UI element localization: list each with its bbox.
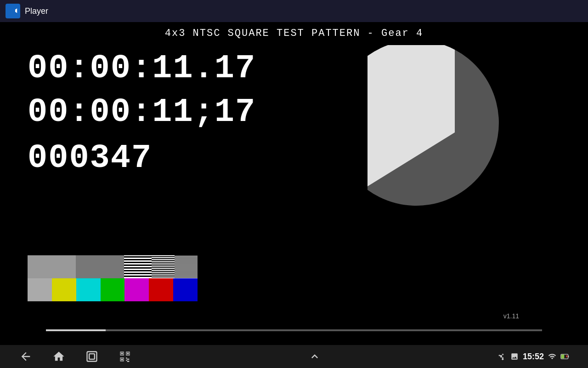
home-button[interactable] [51,349,66,364]
bar-magenta [124,278,149,301]
svg-rect-5 [561,355,565,358]
bar-white [28,278,52,301]
gray-bar-1 [28,255,76,278]
nav-bar: 15:52 [0,345,588,368]
bar-cyan [76,278,101,301]
gray-bar-2 [76,255,124,278]
timecode-frame: 00:00:11;17 [28,93,256,131]
app-icon [6,4,20,18]
color-bars [28,255,198,301]
up-button[interactable] [307,349,322,364]
app-bar: Player [0,0,588,22]
frame-count: 000347 [28,139,152,177]
svg-rect-2 [87,352,97,362]
usb-icon [497,352,506,361]
image-icon [510,352,519,361]
wifi-icon [548,352,557,361]
qr-button[interactable] [118,349,132,364]
progress-bar[interactable] [46,329,542,331]
player-area: 4x3 NTSC SQUARE TEST PATTERN - Gear 4 00… [0,22,588,345]
svg-marker-1 [15,8,17,13]
bar-green [101,278,125,301]
color-bars-top-row [28,255,198,278]
clock: 15:52 [523,352,544,362]
stripe-bar-3 [175,255,198,278]
bar-yellow [52,278,76,301]
progress-fill [46,329,106,331]
nav-center-group [307,349,322,364]
pie-chart [368,45,542,220]
pattern-title: 4x3 NTSC SQUARE TEST PATTERN - Gear 4 [0,28,588,39]
status-bar-right: 15:52 [497,352,570,362]
stripe-bar-1 [124,255,152,278]
stripe-bar-2 [152,255,175,278]
back-button[interactable] [18,349,33,364]
color-bars-bottom-row [28,278,198,301]
svg-rect-3 [89,354,95,359]
recent-apps-button[interactable] [85,349,99,364]
svg-rect-0 [9,8,15,13]
version-text: v1.11 [503,312,519,320]
timecode-decimal: 00:00:11.17 [28,50,256,87]
bar-red [149,278,173,301]
battery-icon [560,352,570,361]
nav-left-group [18,349,132,364]
bar-blue [173,278,198,301]
app-title: Player [25,6,48,16]
